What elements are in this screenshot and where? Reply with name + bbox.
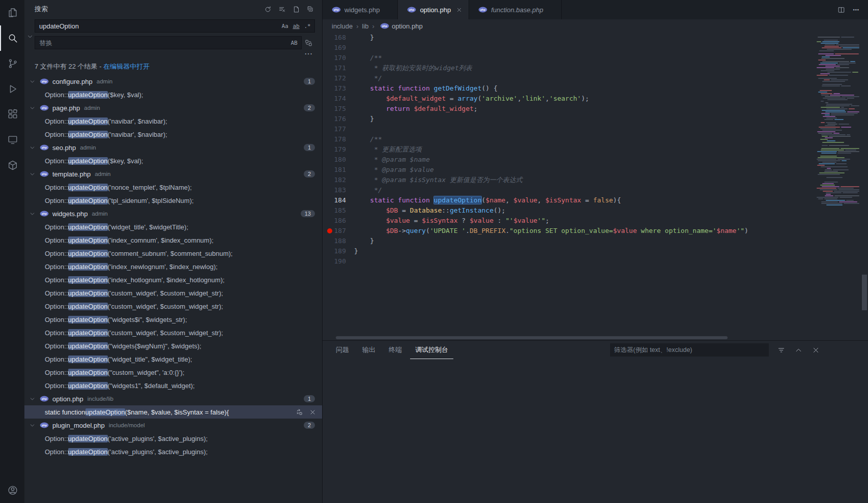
search-result-file-row[interactable]: phpoption.phpinclude/lib1: [24, 392, 322, 405]
chevron-down-icon[interactable]: [30, 105, 38, 111]
gutter[interactable]: 173: [323, 83, 354, 94]
gutter[interactable]: 174: [323, 94, 354, 104]
collapse-all-button[interactable]: [305, 4, 316, 15]
search-result-match-row[interactable]: Option::updateOption('index_hotlognum', …: [24, 273, 322, 286]
code-text[interactable]: $default_widget = array('archive','link'…: [354, 94, 814, 104]
gutter[interactable]: 168: [323, 33, 354, 43]
code-text[interactable]: }: [354, 114, 814, 124]
search-result-match-row[interactable]: Option::updateOption("widgets$i", $widge…: [24, 313, 322, 326]
chevron-down-icon[interactable]: [30, 211, 38, 217]
close-panel-button[interactable]: [810, 344, 821, 356]
code-line[interactable]: 176 }: [323, 114, 814, 124]
code-text[interactable]: */: [354, 185, 814, 195]
code-text[interactable]: [354, 124, 814, 134]
code-line[interactable]: 169: [323, 43, 814, 53]
vertical-scrollbar-thumb[interactable]: [862, 275, 867, 310]
toggle-search-details-button[interactable]: ···: [305, 50, 313, 57]
vertical-scrollbar[interactable]: [861, 33, 868, 335]
gutter[interactable]: 171: [323, 63, 354, 73]
gutter[interactable]: 187: [323, 226, 354, 236]
search-result-match-row[interactable]: Option::updateOption("widgets1", $defaul…: [24, 379, 322, 392]
search-result-file-row[interactable]: phpwidgets.phpadmin13: [24, 207, 322, 220]
code-line[interactable]: 173 static function getDefWidget() {: [323, 83, 814, 94]
chevron-down-icon[interactable]: [30, 423, 38, 428]
code-editor[interactable]: 168 }169170 /**171 * 获取初始安装时的widget列表172…: [323, 33, 814, 335]
search-result-match-row[interactable]: Option::updateOption('index_newlognum', …: [24, 260, 322, 273]
search-result-match-row[interactable]: Option::updateOption('navibar', $navibar…: [24, 114, 322, 128]
extensions-activity-button[interactable]: [0, 102, 24, 127]
panel-tab-output[interactable]: 输出: [357, 341, 381, 359]
code-text[interactable]: */: [354, 73, 814, 83]
search-result-match-row[interactable]: Option::updateOption('nonce_templet', $t…: [24, 181, 322, 194]
search-result-match-row[interactable]: Option::updateOption("widget_title", $wi…: [24, 352, 322, 366]
refresh-button[interactable]: [262, 4, 273, 15]
code-line[interactable]: 179 * 更新配置选项: [323, 144, 814, 155]
tab-widgets[interactable]: phpwidgets.php: [323, 0, 398, 19]
chevron-down-icon[interactable]: [30, 396, 38, 402]
chevron-down-icon[interactable]: [30, 145, 38, 151]
maximize-panel-button[interactable]: [793, 344, 804, 356]
code-text[interactable]: * 获取初始安装时的widget列表: [354, 63, 814, 73]
gutter[interactable]: 190: [323, 256, 354, 267]
search-result-match-row[interactable]: static function updateOption($name, $val…: [24, 405, 322, 419]
code-line[interactable]: 172 */: [323, 73, 814, 83]
code-text[interactable]: static function updateOption($name, $val…: [354, 195, 814, 205]
code-text[interactable]: /**: [354, 134, 814, 144]
panel-tab-problems[interactable]: 问题: [331, 341, 354, 359]
code-line[interactable]: 174 $default_widget = array('archive','l…: [323, 94, 814, 104]
gutter[interactable]: 188: [323, 236, 354, 246]
code-text[interactable]: [354, 43, 814, 53]
accounts-activity-button[interactable]: [0, 478, 24, 503]
open-new-search-editor-button[interactable]: [291, 4, 302, 15]
code-line[interactable]: 170 /**: [323, 53, 814, 63]
open-in-editor-link[interactable]: 在编辑器中打开: [103, 63, 150, 70]
replace-all-button[interactable]: [302, 39, 315, 47]
code-line[interactable]: 175 return $default_widget;: [323, 104, 814, 114]
code-line[interactable]: 177: [323, 124, 814, 134]
code-line[interactable]: 184 static function updateOption($name, …: [323, 195, 814, 205]
chevron-down-icon[interactable]: [30, 171, 38, 177]
code-line[interactable]: 181 * @param $value: [323, 165, 814, 175]
gutter[interactable]: 175: [323, 104, 354, 114]
gutter[interactable]: 186: [323, 216, 354, 226]
panel-tab-terminal[interactable]: 终端: [384, 341, 407, 359]
code-line[interactable]: 171 * 获取初始安装时的widget列表: [323, 63, 814, 73]
remote-explorer-activity-button[interactable]: [0, 127, 24, 153]
search-result-match-row[interactable]: Option::updateOption('widget_title', $wi…: [24, 220, 322, 233]
code-line[interactable]: 168 }: [323, 33, 814, 43]
search-result-match-row[interactable]: Option::updateOption('navibar', $navibar…: [24, 128, 322, 141]
panel-tab-debug-console[interactable]: 调试控制台: [410, 341, 453, 359]
code-text[interactable]: $DB->query('UPDATE '.DB_PREFIX."options …: [354, 226, 814, 236]
tab-function-base[interactable]: phpfunction.base.php: [469, 0, 562, 19]
horizontal-scrollbar[interactable]: [323, 335, 868, 340]
preserve-case-toggle[interactable]: AB: [289, 38, 299, 48]
search-result-match-row[interactable]: Option::updateOption($key, $val);: [24, 88, 322, 101]
search-activity-button[interactable]: [0, 25, 24, 51]
code-text[interactable]: $DB = Database::getInstance();: [354, 205, 814, 216]
code-line[interactable]: 189}: [323, 246, 814, 256]
toggle-replace-button[interactable]: [25, 19, 35, 49]
search-result-match-row[interactable]: Option::updateOption('comment_subnum', $…: [24, 247, 322, 260]
gutter[interactable]: 179: [323, 144, 354, 155]
gutter[interactable]: 183: [323, 185, 354, 195]
filter-options-button[interactable]: [775, 344, 787, 356]
search-result-file-row[interactable]: phppage.phpadmin2: [24, 101, 322, 114]
gutter[interactable]: 181: [323, 165, 354, 175]
code-line[interactable]: 187 $DB->query('UPDATE '.DB_PREFIX."opti…: [323, 226, 814, 236]
match-case-toggle[interactable]: Aa: [280, 21, 290, 31]
gutter[interactable]: 169: [323, 43, 354, 53]
code-text[interactable]: /**: [354, 53, 814, 63]
code-line[interactable]: 182 * @param $isSyntax 更新值是否为一个表达式: [323, 175, 814, 185]
search-result-match-row[interactable]: Option::updateOption('active_plugins', $…: [24, 445, 322, 458]
gutter[interactable]: 170: [323, 53, 354, 63]
match-whole-word-toggle[interactable]: ab: [291, 21, 301, 31]
search-result-match-row[interactable]: Option::updateOption('custom_widget', $c…: [24, 300, 322, 313]
source-control-activity-button[interactable]: [0, 51, 24, 76]
code-text[interactable]: static function getDefWidget() {: [354, 83, 814, 94]
clear-search-results-button[interactable]: [276, 4, 287, 15]
close-tab-button[interactable]: [454, 5, 464, 14]
search-result-file-row[interactable]: phptemplate.phpadmin2: [24, 167, 322, 181]
gutter[interactable]: 172: [323, 73, 354, 83]
gutter[interactable]: 180: [323, 155, 354, 165]
search-result-match-row[interactable]: Option::updateOption($key, $val);: [24, 154, 322, 167]
